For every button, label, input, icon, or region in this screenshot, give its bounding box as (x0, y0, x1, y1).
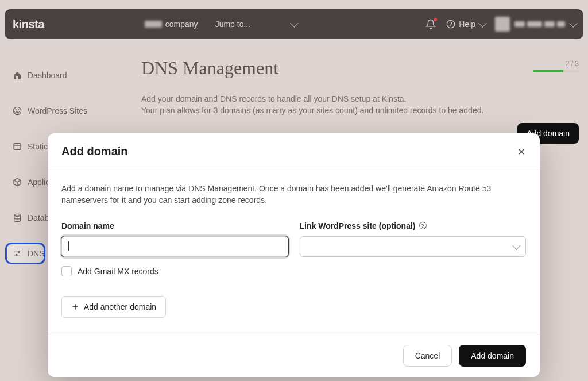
sidebar-item-label: Dashboard (28, 71, 67, 80)
account-name-redacted (514, 21, 565, 27)
add-domain-submit-button[interactable]: Add domain (459, 345, 526, 367)
help-label: Help (459, 20, 475, 29)
gmail-mx-label: Add Gmail MX records (78, 267, 158, 276)
gmail-mx-row: Add Gmail MX records (61, 266, 526, 276)
account-menu[interactable] (495, 17, 575, 32)
modal-footer: Cancel Add domain (48, 334, 540, 377)
link-wp-label-text: Link WordPress site (optional) (300, 221, 416, 230)
domains-progress: 2 / 3 (533, 60, 579, 72)
domain-name-label: Domain name (61, 221, 288, 230)
wordpress-icon (13, 106, 22, 116)
modal-body: Add a domain name to manage via DNS Mana… (48, 170, 540, 334)
gmail-mx-checkbox[interactable] (61, 266, 72, 276)
avatar (495, 17, 510, 32)
sidebar-item-dashboard[interactable]: Dashboard (7, 66, 122, 84)
modal-header: Add domain (48, 133, 540, 170)
domain-name-input[interactable] (61, 236, 288, 257)
modal-title: Add domain (61, 145, 128, 158)
page-desc-line: Add your domain and DNS records to handl… (141, 94, 579, 105)
add-domain-submit-label: Add domain (471, 351, 514, 360)
database-icon (13, 213, 22, 222)
modal-description: Add a domain name to manage via DNS Mana… (61, 183, 526, 206)
topbar-center: company Jump to... (145, 20, 296, 29)
svg-point-4 (14, 214, 21, 216)
cube-icon (13, 178, 22, 187)
page-title: DNS Management (141, 57, 579, 79)
sidebar-item-wordpress[interactable]: WordPress Sites (7, 102, 122, 120)
form-row: Domain name Link WordPress site (optiona… (61, 221, 526, 257)
progress-text: 2 / 3 (533, 60, 579, 68)
progress-bar (533, 70, 579, 72)
company-selector[interactable]: company (145, 20, 198, 29)
company-name-redacted (145, 21, 162, 28)
help-tooltip-icon[interactable]: ? (419, 222, 427, 229)
notifications-button[interactable] (425, 19, 436, 29)
link-wp-label: Link WordPress site (optional) ? (300, 221, 527, 230)
cancel-button[interactable]: Cancel (403, 345, 452, 367)
browser-icon (13, 142, 22, 151)
jump-to-dropdown[interactable]: Jump to... (215, 20, 296, 29)
help-circle-icon (446, 20, 455, 29)
domain-name-field-group: Domain name (61, 221, 288, 257)
svg-point-5 (18, 251, 20, 253)
plus-icon (71, 303, 79, 311)
help-menu[interactable]: Help (446, 20, 485, 29)
chevron-down-icon (512, 241, 520, 249)
page-content: DNS Management 2 / 3 Add your domain and… (141, 57, 579, 116)
add-another-domain-button[interactable]: Add another domain (61, 296, 166, 318)
kinsta-logo: kinsta (13, 18, 44, 31)
svg-rect-3 (14, 144, 21, 150)
sidebar-item-label: WordPress Sites (28, 106, 87, 116)
jump-to-label: Jump to... (215, 20, 250, 29)
sidebar-item-label: DNS (28, 249, 45, 258)
notification-dot (434, 18, 437, 21)
close-icon[interactable] (517, 147, 526, 156)
add-domain-modal: Add domain Add a domain name to manage v… (48, 133, 540, 377)
chevron-down-icon (290, 20, 298, 28)
sidebar-item-dns[interactable]: DNS (7, 244, 44, 263)
svg-point-6 (16, 254, 17, 256)
cancel-label: Cancel (415, 351, 440, 360)
topbar-right: Help (425, 17, 575, 32)
chevron-down-icon (569, 20, 577, 28)
sliders-icon (13, 249, 22, 258)
add-another-label: Add another domain (84, 302, 156, 311)
page-description: Add your domain and DNS records to handl… (141, 94, 579, 116)
link-wp-select[interactable] (300, 236, 527, 257)
top-bar: kinsta company Jump to... Help (5, 9, 583, 39)
link-wp-field-group: Link WordPress site (optional) ? (300, 221, 527, 257)
company-suffix: company (165, 20, 198, 29)
page-desc-line: Your plan allows for 3 domains (as many … (141, 105, 579, 117)
home-icon (13, 71, 22, 80)
svg-point-1 (451, 26, 451, 26)
chevron-down-icon (478, 20, 486, 28)
